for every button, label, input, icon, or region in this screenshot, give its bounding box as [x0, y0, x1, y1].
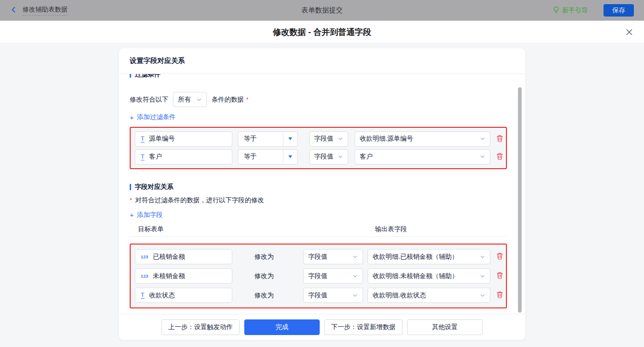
add-filter-label: 添加过滤条件 [137, 113, 176, 121]
text-field-icon: T [141, 154, 144, 160]
value-type-select[interactable]: 字段值 [303, 249, 363, 264]
filter-field-name: 源单编号 [149, 135, 175, 143]
value-type-select[interactable]: 字段值 [303, 288, 363, 303]
close-icon [626, 30, 633, 37]
close-button[interactable] [626, 28, 633, 37]
settings-card: 设置字段对应关系 过滤条件 修改符合以下 所有 条件的数据 * [119, 48, 525, 340]
mapping-row: T 收款状态 修改为 字段值 收款明细.收款状态 [135, 288, 503, 303]
match-mode-value: 所有 [178, 96, 191, 104]
add-field-label: 添加字段 [137, 211, 163, 219]
chevron-down-icon [352, 293, 358, 298]
done-button[interactable]: 完成 [244, 319, 320, 335]
match-prefix-text: 修改符合以下 [130, 96, 168, 104]
filter-field-input[interactable]: T 源单编号 [135, 131, 232, 147]
output-field-select[interactable]: 收款明细.未核销金额（辅助） [368, 268, 490, 284]
trash-icon [496, 153, 503, 161]
value-select[interactable]: 客户 [355, 149, 490, 165]
card-footer: 上一步：设置触发动作 完成 下一步：设置新增数据 其他设置 [119, 314, 525, 340]
section-marker-bar [130, 184, 131, 190]
number-field-icon: 123 [141, 274, 148, 279]
save-button[interactable]: 保存 [604, 4, 634, 17]
trash-icon [496, 135, 503, 143]
operator-value: 等于 [238, 135, 257, 143]
delete-row-button[interactable] [496, 153, 503, 161]
dropdown-triangle-icon [288, 137, 292, 140]
back-button[interactable] [10, 6, 17, 15]
target-field-input[interactable]: 123 已核销金额 [135, 249, 232, 264]
column-output-field: 输出表字段 [375, 225, 407, 233]
text-field-icon: T [141, 136, 144, 142]
other-settings-button[interactable]: 其他设置 [407, 319, 483, 335]
chevron-down-icon [480, 136, 485, 142]
filter-section-label: 过滤条件 [135, 74, 161, 79]
text-field-icon: T [141, 292, 144, 299]
value-type-select[interactable]: 字段值 [309, 131, 348, 147]
next-step-button[interactable]: 下一步：设置新增数据 [324, 319, 402, 335]
add-field-link[interactable]: + 添加字段 [130, 211, 163, 219]
prev-step-button[interactable]: 上一步：设置触发动作 [161, 319, 240, 335]
chevron-down-icon [338, 136, 343, 142]
chevron-down-icon [480, 154, 485, 159]
mapping-row: 123 未核销金额 修改为 字段值 收款明细.未核销金额（辅助） [135, 268, 503, 284]
delete-row-button[interactable] [496, 291, 503, 300]
value-select[interactable]: 收款明细.源单编号 [355, 131, 490, 147]
chevron-down-icon [352, 273, 358, 279]
target-field-input[interactable]: T 收款状态 [135, 288, 232, 303]
dropdown-triangle-icon [288, 155, 292, 158]
modal-header: 修改数据 - 合并到普通字段 [0, 21, 644, 44]
value-type-select[interactable]: 字段值 [309, 149, 348, 165]
delete-row-button[interactable] [496, 135, 503, 143]
required-mark: * [246, 96, 248, 103]
match-mode-select[interactable]: 所有 [173, 92, 207, 107]
output-field-text: 收款明细.已核销金额（辅助） [373, 253, 458, 261]
target-field-name: 收款状态 [149, 291, 175, 300]
output-field-text: 收款明细.收款状态 [373, 291, 426, 300]
operator-select[interactable]: 等于 [238, 149, 298, 165]
filter-match-row: 修改符合以下 所有 条件的数据 * [130, 92, 507, 107]
output-field-select[interactable]: 收款明细.收款状态 [368, 288, 490, 303]
mapping-description: * 对符合过滤条件的数据，进行以下字段的修改 [130, 196, 507, 205]
app-window: 修改辅助表数据 表单数据提交 新手引导 保存 修改数据 - 合并到普通字段 [0, 0, 644, 347]
target-field-input[interactable]: 123 未核销金额 [135, 268, 232, 284]
filter-field-name: 客户 [149, 153, 162, 161]
mapping-table-header: 目标表单 输出表字段 [130, 225, 507, 237]
target-field-name: 已核销金额 [153, 253, 185, 261]
topbar-center-title: 表单数据提交 [0, 6, 644, 15]
chevron-down-icon [352, 254, 358, 260]
filter-field-input[interactable]: T 客户 [135, 149, 232, 165]
mapping-section-label: 字段对应关系 [135, 183, 173, 191]
card-header: 设置字段对应关系 [119, 48, 525, 74]
plus-icon: + [130, 114, 134, 121]
add-filter-link[interactable]: + 添加过滤条件 [130, 113, 176, 121]
scroll-area[interactable]: 过滤条件 修改符合以下 所有 条件的数据 * + 添加过滤条件 [119, 74, 525, 314]
output-field-select[interactable]: 收款明细.已核销金额（辅助） [368, 249, 490, 264]
operator-dropdown-handle[interactable] [283, 150, 297, 164]
delete-row-button[interactable] [496, 252, 503, 261]
topbar: 修改辅助表数据 表单数据提交 新手引导 保存 [0, 0, 644, 21]
chevron-left-icon [10, 6, 17, 15]
filter-row: T 源单编号 等于 字段值 收款明细.源单编号 [135, 131, 503, 147]
match-suffix-text: 条件的数据 [212, 96, 244, 104]
card-title: 设置字段对应关系 [130, 57, 185, 65]
target-field-name: 未核销金额 [153, 272, 185, 280]
lightbulb-icon [553, 6, 559, 15]
value-text: 客户 [360, 153, 373, 161]
chevron-down-icon [196, 97, 202, 102]
value-type-select[interactable]: 字段值 [303, 268, 363, 284]
value-type: 字段值 [314, 153, 334, 161]
scrollbar-thumb[interactable] [518, 87, 522, 313]
mapping-description-text: 对符合过滤条件的数据，进行以下字段的修改 [135, 196, 264, 205]
chevron-down-icon [480, 273, 485, 279]
required-mark: * [130, 197, 132, 204]
trash-icon [496, 291, 503, 300]
operator-select[interactable]: 等于 [238, 131, 298, 147]
value-type: 字段值 [308, 272, 328, 280]
trash-icon [496, 252, 503, 261]
delete-row-button[interactable] [496, 272, 503, 280]
operator-dropdown-handle[interactable] [283, 132, 297, 146]
flow-title[interactable]: 修改辅助表数据 [23, 6, 68, 16]
section-marker-bar [130, 74, 131, 78]
beginner-guide-link[interactable]: 新手引导 [553, 6, 588, 15]
value-text: 收款明细.源单编号 [360, 135, 413, 143]
modal-title: 修改数据 - 合并到普通字段 [0, 21, 644, 44]
